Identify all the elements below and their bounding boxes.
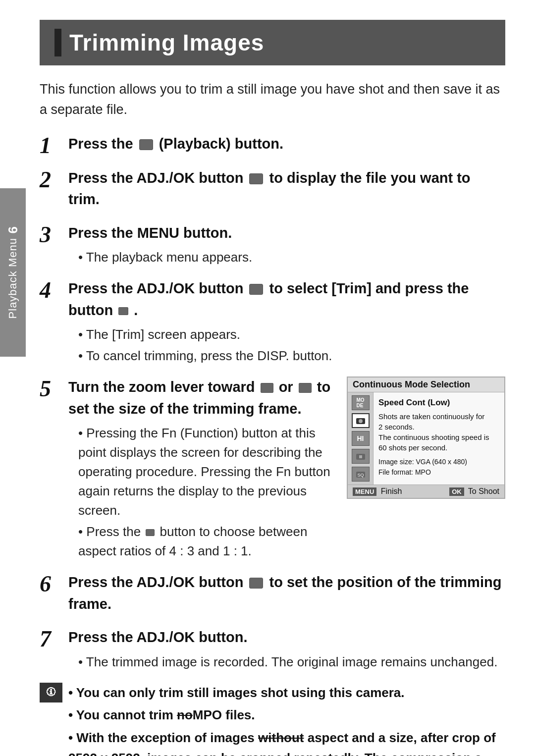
cam-icon-3: HI <box>352 431 370 446</box>
camera-text-col: Speed Cont (Low) Shots are taken continu… <box>374 392 504 485</box>
cam-icon-selected <box>352 413 370 428</box>
camera-panel-body: MODE HI SQ <box>348 392 504 485</box>
step-5-bullet-2: Press the button to choose between aspec… <box>78 522 340 561</box>
step-5-title: Turn the zoom lever toward or to set the… <box>68 377 340 420</box>
note-block: 🛈 You can only trim still images shot us… <box>40 683 505 756</box>
step-3-title: Press the MENU button. <box>68 222 505 244</box>
step-number-3: 3 <box>40 222 61 248</box>
menu-badge: MENU <box>353 487 376 496</box>
adv-icon <box>249 173 263 184</box>
step-5-bullets: Pressing the Fn (Function) button at thi… <box>68 424 340 561</box>
step-3-bullet-1: The playback menu appears. <box>78 248 505 267</box>
step-1-content: Press the (Playback) button. <box>68 133 505 158</box>
step-4-title: Press the ADJ./OK button to select [Trim… <box>68 278 505 321</box>
step-number-7: 7 <box>40 627 61 652</box>
svg-rect-3 <box>359 455 362 458</box>
title-bar: Trimming Images <box>40 20 505 65</box>
camera-icons-col: MODE HI SQ <box>348 392 374 485</box>
step-3-bullets: The playback menu appears. <box>68 248 505 267</box>
step-4-end: . <box>134 302 138 318</box>
footer-shoot: To Shoot <box>468 487 499 495</box>
note-list: You can only trim still images shot usin… <box>68 683 505 756</box>
camera-panel: Continuous Mode Selection MODE HI <box>347 377 505 499</box>
step-7-text: Press the ADJ./OK button. <box>68 629 247 645</box>
camera-panel-title: Continuous Mode Selection <box>348 378 504 392</box>
svg-point-1 <box>359 419 363 423</box>
step-1-title: Press the (Playback) button. <box>68 133 505 155</box>
sidebar-number: 6 <box>5 226 21 233</box>
step-5-text: Turn the zoom lever toward <box>68 379 255 395</box>
step-4-text: Press the ADJ./OK button <box>68 280 243 296</box>
note-bullet-2: You cannot trim noMPO files. <box>68 705 505 726</box>
step-3-text: Press the MENU button. <box>68 225 232 241</box>
zoom-icon <box>261 383 273 393</box>
note-bullet-1: You can only trim still images shot usin… <box>68 683 505 703</box>
cam-icon-4 <box>352 449 370 464</box>
camera-desc-1: Shots are taken continuously for 2 secon… <box>378 411 499 453</box>
footer-right: OK To Shoot <box>449 487 499 496</box>
playback-icon <box>139 139 153 150</box>
step-1: 1 Press the (Playback) button. <box>40 133 505 159</box>
step-4-bullet-1: The [Trim] screen appears. <box>78 325 505 344</box>
cam-icon-mode: MODE <box>352 395 370 410</box>
step-2-title: Press the ADJ./OK button to display the … <box>68 167 505 211</box>
camera-panel-footer: MENU Finish OK To Shoot <box>348 485 504 498</box>
step-2-content: Press the ADJ./OK button to display the … <box>68 167 505 214</box>
step-number-2: 2 <box>40 167 61 193</box>
note-bullet-3: With the exception of images without asp… <box>68 728 505 756</box>
step-7-bullet-1: The trimmed image is recorded. The origi… <box>78 652 505 672</box>
step-2-text: Press the ADJ./OK button <box>68 170 243 186</box>
step-5-left: Turn the zoom lever toward or to set the… <box>68 377 340 563</box>
sidebar: 6 Playback Menu <box>0 188 26 357</box>
step-6-text: Press the ADJ./OK button <box>68 574 243 590</box>
note-icon: 🛈 <box>40 683 62 702</box>
step-6-content: Press the ADJ./OK button to set the posi… <box>68 572 505 618</box>
note-content: You can only trim still images shot usin… <box>68 683 505 756</box>
step-7-bullets: The trimmed image is recorded. The origi… <box>68 652 505 672</box>
step-2: 2 Press the ADJ./OK button to display th… <box>40 167 505 214</box>
step-7: 7 Press the ADJ./OK button. The trimmed … <box>40 627 505 674</box>
step-number-5: 5 <box>40 377 61 402</box>
step-4-bullet-2: To cancel trimming, press the DISP. butt… <box>78 346 505 366</box>
camera-size-label: Image size: VGA (640 x 480) File format:… <box>378 457 499 478</box>
camera-panel-box: Continuous Mode Selection MODE HI <box>347 377 505 499</box>
step-6: 6 Press the ADJ./OK button to set the po… <box>40 572 505 618</box>
camera-speed-label: Speed Cont (Low) <box>378 396 499 409</box>
step-3: 3 Press the MENU button. The playback me… <box>40 222 505 270</box>
adv-icon-3 <box>249 578 263 589</box>
intro-text: This function allows you to trim a still… <box>40 79 505 119</box>
page-title: Trimming Images <box>69 29 264 56</box>
cam-icon-5: SQ <box>352 467 370 482</box>
ok-icon <box>118 307 128 315</box>
step-number-1: 1 <box>40 133 61 159</box>
zoom-icon-2 <box>299 383 312 393</box>
step-7-title: Press the ADJ./OK button. <box>68 627 505 648</box>
step-4-content: Press the ADJ./OK button to select [Trim… <box>68 278 505 368</box>
sidebar-label: Playback Menu <box>6 238 19 319</box>
step-7-content: Press the ADJ./OK button. The trimmed im… <box>68 627 505 674</box>
ok-badge: OK <box>449 487 464 496</box>
svg-text:🛈: 🛈 <box>46 687 56 698</box>
fn-icon <box>146 529 155 536</box>
step-3-content: Press the MENU button. The playback menu… <box>68 222 505 270</box>
adv-icon-2 <box>249 284 263 295</box>
footer-finish: Finish <box>381 487 402 495</box>
step-number-4: 4 <box>40 278 61 303</box>
step-5-wrapper: 5 Turn the zoom lever toward or to set t… <box>40 377 505 563</box>
step-5-bullet-1: Pressing the Fn (Function) button at thi… <box>78 424 340 520</box>
step-6-title: Press the ADJ./OK button to set the posi… <box>68 572 505 615</box>
step-1-text: Press the <box>68 136 133 152</box>
step-4-bullets: The [Trim] screen appears. To cancel tri… <box>68 325 505 366</box>
page-container: 6 Playback Menu Trimming Images This fun… <box>0 0 535 756</box>
svg-text:SQ: SQ <box>357 473 364 478</box>
step-5-or: or <box>279 379 293 395</box>
step-4: 4 Press the ADJ./OK button to select [Tr… <box>40 278 505 368</box>
step-1-suffix: (Playback) button. <box>159 136 283 152</box>
footer-left: MENU Finish <box>353 487 402 496</box>
title-bar-accent <box>54 29 61 56</box>
step-number-6: 6 <box>40 572 61 597</box>
